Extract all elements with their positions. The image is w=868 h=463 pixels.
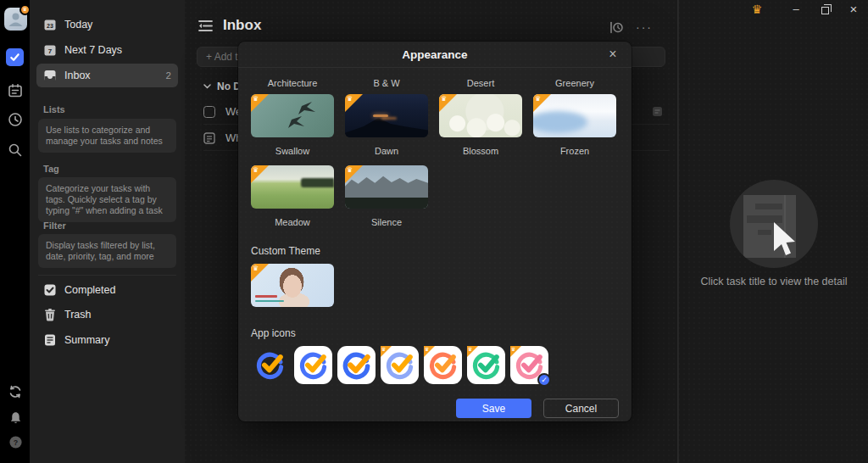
premium-crown-badge: ♛ <box>251 94 269 112</box>
left-rail: ♛ ? <box>0 0 30 463</box>
premium-crown-icon[interactable]: ♛ <box>743 3 771 16</box>
premium-crown-badge: ♛ <box>381 346 392 357</box>
task-detail-icon[interactable] <box>652 106 663 117</box>
premium-crown-badge: ♛ <box>439 94 457 112</box>
inbox-count: 2 <box>166 70 171 81</box>
theme-thumbnail-silence[interactable]: ♛ <box>345 165 428 209</box>
custom-theme-thumbnail[interactable]: ♛ <box>251 264 334 307</box>
calendar-icon[interactable] <box>6 81 25 100</box>
sidebar: 23 Today 7 Next 7 Days Inbox 2 Lists Use… <box>30 0 185 463</box>
svg-text:?: ? <box>13 438 17 446</box>
appearance-dialog: Appearance × Architecture B & W Desert G… <box>238 42 632 421</box>
minimize-button[interactable]: – <box>782 1 810 18</box>
sync-icon[interactable] <box>6 382 25 401</box>
week-calendar-icon: 7 <box>43 43 57 57</box>
sidebar-item-inbox[interactable]: Inbox 2 <box>36 64 178 87</box>
tag-tip: Categorize your tasks with tags. Quickly… <box>38 177 176 222</box>
sidebar-item-label: Today <box>64 19 171 31</box>
premium-crown-badge: ♛ <box>467 346 478 357</box>
svg-text:23: 23 <box>47 23 53 29</box>
premium-crown-badge: ♛ <box>345 165 363 183</box>
dialog-close-icon[interactable]: × <box>604 46 621 63</box>
app-icon-white-lightblue[interactable]: ♛ <box>381 346 419 384</box>
theme-label-blossom: Blossom <box>439 146 522 156</box>
theme-label-bw: B & W <box>345 78 428 88</box>
page-title: Inbox <box>223 17 261 34</box>
inbox-icon <box>43 69 57 82</box>
notifications-bell-icon[interactable] <box>6 408 25 427</box>
sidebar-toggle-icon[interactable] <box>198 20 213 32</box>
premium-crown-badge: ♛ <box>533 94 551 112</box>
dialog-title: Appearance <box>402 48 467 61</box>
chevron-down-icon <box>203 84 211 89</box>
app-window: ♛ ? 23 Today 7 Next 7 Days <box>0 0 868 463</box>
app-icon-white-orange[interactable]: ♛ <box>424 346 462 384</box>
focus-clock-icon[interactable] <box>6 110 25 129</box>
cancel-button[interactable]: Cancel <box>543 399 619 418</box>
theme-thumbnail-blossom[interactable]: ♛ <box>439 94 522 137</box>
empty-state-text: Click task title to view the detail <box>679 276 868 287</box>
sidebar-item-label: Next 7 Days <box>64 44 171 56</box>
sidebar-item-label: Trash <box>64 309 171 321</box>
selected-check-badge: ✓ <box>537 373 551 387</box>
app-icon-white-green[interactable]: ♛ <box>467 346 505 384</box>
theme-label-meadow: Meadow <box>251 217 334 227</box>
save-button[interactable]: Save <box>456 399 531 418</box>
app-icon-white-blue-alt[interactable] <box>337 346 376 384</box>
filter-tip: Display tasks filtered by list, date, pr… <box>38 234 176 268</box>
sidebar-item-label: Completed <box>64 284 171 296</box>
app-icon-white-pink[interactable]: ♛ ✓ <box>510 346 548 384</box>
user-avatar[interactable]: ♛ <box>4 8 27 31</box>
premium-crown-badge: ♛ <box>510 346 521 357</box>
app-icon-classic[interactable] <box>251 346 289 384</box>
today-calendar-icon: 23 <box>43 18 57 31</box>
more-options-icon[interactable]: ··· <box>636 20 653 34</box>
theme-label-architecture: Architecture <box>251 78 334 88</box>
theme-thumbnail-meadow[interactable]: ♛ <box>251 165 334 209</box>
sidebar-item-completed[interactable]: Completed <box>36 278 178 302</box>
task-checkbox[interactable] <box>203 106 215 118</box>
close-button[interactable]: × <box>839 1 868 18</box>
completed-checkbox-icon <box>43 283 57 297</box>
sidebar-item-next-7-days[interactable]: 7 Next 7 Days <box>36 38 178 62</box>
theme-thumbnail-swallow[interactable]: ♛ <box>251 94 334 137</box>
restore-button[interactable] <box>810 1 839 18</box>
app-icon-white-blue[interactable] <box>294 346 332 384</box>
premium-crown-badge: ♛ <box>251 165 269 183</box>
task-detail-panel: Click task title to view the detail <box>678 0 868 463</box>
section-header-filter: Filter <box>43 220 66 231</box>
premium-crown-badge: ♛ <box>251 264 269 282</box>
section-header-lists: Lists <box>43 104 65 114</box>
sidebar-item-label: Summary <box>64 334 171 346</box>
sort-icon[interactable] <box>609 21 624 34</box>
svg-text:7: 7 <box>48 47 53 55</box>
premium-crown-badge: ♛ <box>424 346 435 357</box>
theme-label-swallow: Swallow <box>251 146 334 156</box>
sidebar-item-today[interactable]: 23 Today <box>36 13 178 36</box>
section-header-tag: Tag <box>43 164 59 174</box>
theme-label-greenery: Greenery <box>533 78 616 88</box>
tasks-check-icon[interactable] <box>6 48 24 66</box>
note-icon <box>203 132 215 144</box>
search-icon[interactable] <box>6 141 25 159</box>
help-icon[interactable]: ? <box>6 432 25 451</box>
theme-thumbnail-frozen[interactable]: ♛ <box>533 94 616 137</box>
sidebar-item-summary[interactable]: Summary <box>36 328 178 352</box>
trash-icon <box>43 308 57 321</box>
sidebar-item-trash[interactable]: Trash <box>36 303 178 326</box>
theme-label-frozen: Frozen <box>533 146 616 156</box>
theme-label-dawn: Dawn <box>345 146 428 156</box>
sidebar-item-label: Inbox <box>64 70 159 81</box>
sidebar-divider <box>38 275 176 276</box>
theme-label-silence: Silence <box>345 217 428 227</box>
empty-state-illustration <box>730 180 818 268</box>
theme-label-desert: Desert <box>439 78 522 88</box>
summary-document-icon <box>43 333 57 347</box>
custom-theme-header: Custom Theme <box>251 245 619 257</box>
add-task-placeholder: + Add t <box>206 51 238 63</box>
app-icons-header: App icons <box>251 327 619 339</box>
restore-icon <box>821 7 829 14</box>
window-controls: ♛ – × <box>743 0 868 19</box>
theme-thumbnail-dawn[interactable]: ♛ <box>345 94 428 137</box>
lists-tip: Use lists to categorize and manage your … <box>38 119 176 153</box>
